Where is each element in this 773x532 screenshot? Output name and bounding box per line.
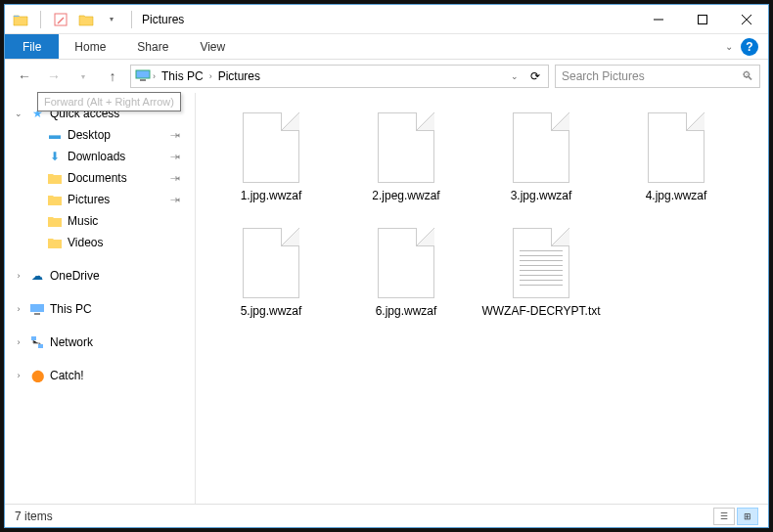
svg-rect-10: [38, 344, 43, 348]
videos-icon: [46, 235, 64, 250]
properties-icon[interactable]: [51, 10, 70, 29]
pc-icon: [28, 301, 46, 317]
file-label: 6.jpg.wwzaf: [376, 304, 437, 320]
tab-file[interactable]: File: [5, 34, 59, 59]
generic-file-icon: [648, 112, 705, 183]
tab-share[interactable]: Share: [121, 34, 184, 59]
music-icon: [46, 213, 64, 229]
file-label: 2.jpeg.wwzaf: [372, 189, 439, 204]
file-label: 1.jpg.wwzaf: [241, 189, 302, 204]
status-bar: 7 items ☰ ⊞: [5, 504, 768, 527]
title-divider: [131, 11, 132, 28]
file-item[interactable]: 4.jpg.wwzaf: [609, 105, 744, 220]
search-placeholder: Search Pictures: [562, 69, 645, 83]
svg-rect-9: [31, 336, 36, 340]
pin-icon: 📌︎: [167, 170, 183, 186]
tree-music[interactable]: Music: [5, 210, 195, 232]
downloads-icon: ⬇: [46, 149, 64, 164]
forward-button[interactable]: → Forward (Alt + Right Arrow): [42, 65, 66, 88]
files-pane[interactable]: 1.jpg.wwzaf2.jpeg.wwzaf3.jpg.wwzaf4.jpg.…: [196, 93, 768, 504]
status-count: 7 items: [15, 510, 53, 523]
qat-dropdown-icon[interactable]: ▾: [102, 10, 121, 29]
tree-catch[interactable]: ›⬤Catch!: [5, 365, 195, 386]
tree-downloads[interactable]: ⬇Downloads📌︎: [5, 146, 195, 167]
up-button[interactable]: ↑: [101, 65, 124, 88]
text-file-icon: [513, 228, 569, 298]
explorer-window: ▾ Pictures File Home Share View ⌄ ? ← → …: [4, 4, 769, 528]
generic-file-icon: [243, 228, 299, 298]
explorer-app-icon[interactable]: [11, 10, 30, 29]
view-details-button[interactable]: ☰: [713, 508, 735, 525]
back-button[interactable]: ←: [13, 65, 36, 88]
ribbon: File Home Share View ⌄ ?: [5, 34, 768, 60]
onedrive-icon: ☁: [28, 268, 46, 284]
generic-file-icon: [513, 112, 569, 183]
network-icon: [28, 334, 46, 350]
address-row: ← → Forward (Alt + Right Arrow) ▾ ↑ › Th…: [5, 60, 768, 93]
pictures-icon: [46, 192, 64, 207]
tree-videos[interactable]: Videos: [5, 232, 195, 253]
minimize-button[interactable]: [636, 5, 680, 33]
generic-file-icon: [378, 228, 434, 298]
file-item[interactable]: 3.jpg.wwzaf: [474, 105, 609, 220]
address-pc-icon: [135, 68, 151, 85]
tree-pictures[interactable]: Pictures📌︎: [5, 189, 195, 210]
refresh-button[interactable]: ⟳: [526, 69, 544, 83]
address-bar[interactable]: › This PC › Pictures ⌄ ⟳: [130, 65, 549, 88]
content-area: ⌄★Quick access ▬Desktop📌︎ ⬇Downloads📌︎ D…: [5, 93, 768, 504]
search-icon[interactable]: 🔍︎: [742, 69, 753, 83]
file-item[interactable]: WWZAF-DECRYPT.txt: [474, 220, 609, 335]
new-folder-icon[interactable]: [76, 10, 96, 29]
svg-rect-6: [140, 79, 146, 81]
file-label: 5.jpg.wwzaf: [241, 304, 302, 320]
file-label: WWZAF-DECRYPT.txt: [481, 304, 600, 320]
svg-rect-7: [30, 304, 44, 312]
svg-rect-5: [136, 70, 150, 78]
tree-this-pc[interactable]: ›This PC: [5, 298, 195, 320]
file-item[interactable]: 6.jpg.wwzaf: [339, 220, 474, 335]
svg-rect-2: [698, 15, 706, 23]
view-icons-button[interactable]: ⊞: [737, 508, 758, 525]
maximize-button[interactable]: [680, 5, 724, 33]
file-item[interactable]: 5.jpg.wwzaf: [204, 220, 339, 335]
tree-onedrive[interactable]: ›☁OneDrive: [5, 265, 195, 287]
title-bar: ▾ Pictures: [5, 5, 768, 34]
pin-icon: 📌︎: [167, 149, 183, 164]
crumb-pictures[interactable]: Pictures: [214, 69, 264, 83]
tree-documents[interactable]: Documents📌︎: [5, 167, 195, 189]
navigation-pane: ⌄★Quick access ▬Desktop📌︎ ⬇Downloads📌︎ D…: [5, 93, 196, 504]
tree-network[interactable]: ›Network: [5, 332, 195, 353]
pin-icon: 📌︎: [167, 127, 183, 143]
crumb-sep[interactable]: ›: [151, 71, 158, 81]
catch-icon: ⬤: [28, 368, 46, 383]
tab-home[interactable]: Home: [59, 34, 121, 59]
file-item[interactable]: 2.jpeg.wwzaf: [339, 105, 474, 220]
generic-file-icon: [378, 112, 434, 183]
recent-dropdown[interactable]: ▾: [71, 65, 95, 88]
address-dropdown-icon[interactable]: ⌄: [509, 71, 521, 81]
ribbon-expand-icon[interactable]: ⌄: [725, 41, 733, 52]
tab-view[interactable]: View: [184, 34, 241, 59]
pin-icon: 📌︎: [167, 192, 183, 207]
qat-divider: [40, 11, 41, 28]
generic-file-icon: [243, 112, 299, 183]
documents-icon: [46, 170, 64, 186]
forward-tooltip: Forward (Alt + Right Arrow): [37, 92, 181, 111]
svg-rect-8: [34, 313, 40, 315]
crumb-sep[interactable]: ›: [207, 71, 214, 81]
crumb-this-pc[interactable]: This PC: [158, 69, 207, 83]
desktop-icon: ▬: [46, 127, 64, 143]
file-label: 3.jpg.wwzaf: [511, 189, 572, 204]
window-title: Pictures: [136, 13, 184, 26]
close-button[interactable]: [724, 5, 768, 33]
file-item[interactable]: 1.jpg.wwzaf: [204, 105, 339, 220]
file-label: 4.jpg.wwzaf: [646, 189, 707, 204]
tree-desktop[interactable]: ▬Desktop📌︎: [5, 124, 195, 146]
help-icon[interactable]: ?: [741, 38, 758, 56]
search-input[interactable]: Search Pictures 🔍︎: [555, 65, 760, 88]
